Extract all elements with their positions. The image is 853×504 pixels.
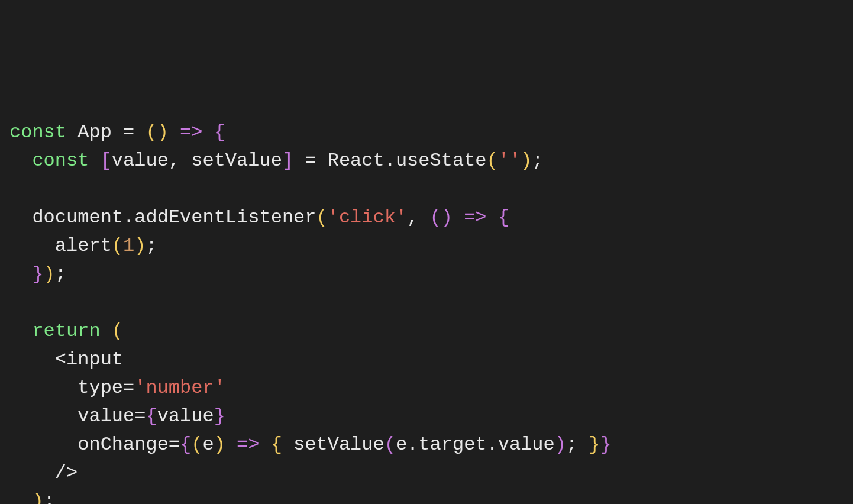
identifier-react: React <box>328 150 385 172</box>
code-line-12: onChange={(e) => { setValue(e.target.val… <box>9 431 844 459</box>
identifier-setvalue: setValue <box>293 434 385 455</box>
code-line-4: document.addEventListener('click', () =>… <box>9 203 844 232</box>
indent <box>9 150 32 172</box>
bracket-close: ] <box>282 150 293 172</box>
semicolon: ; <box>55 263 66 285</box>
indent <box>9 462 55 484</box>
brace-open: { <box>214 121 225 143</box>
indent <box>9 263 32 285</box>
paren-open: ( <box>112 320 123 342</box>
brace-close: } <box>589 434 600 455</box>
paren-close: ) <box>521 150 532 172</box>
dot: . <box>123 206 134 228</box>
paren-close: ) <box>441 206 453 228</box>
identifier-usestate: useState <box>396 150 487 172</box>
paren-open: ( <box>112 235 123 257</box>
identifier-target: target <box>418 434 486 455</box>
brace-open: { <box>180 434 191 455</box>
identifier-e: e <box>202 434 214 455</box>
paren-open: ( <box>385 434 396 455</box>
code-line-11: value={value} <box>9 402 844 431</box>
brace-close: } <box>214 405 225 427</box>
brace-close: } <box>600 434 612 455</box>
attr-onchange: onChange <box>77 434 169 455</box>
paren-open: ( <box>316 206 327 228</box>
string-empty: '' <box>498 150 521 172</box>
keyword-const: const <box>32 150 89 172</box>
semicolon: ; <box>566 434 577 455</box>
attr-type: type <box>77 377 123 399</box>
arrow: => <box>225 434 271 455</box>
code-line-8: return ( <box>9 317 844 345</box>
identifier-e: e <box>396 434 407 455</box>
dot: . <box>385 150 396 172</box>
keyword-return: return <box>32 320 100 342</box>
identifier-setvalue: setValue <box>191 150 282 172</box>
tag-input: input <box>66 348 123 370</box>
code-line-3 <box>9 175 844 203</box>
keyword-const: const <box>9 121 66 143</box>
comma: , <box>407 206 429 228</box>
code-line-14: ); <box>9 487 844 504</box>
paren-open: ( <box>191 434 202 455</box>
identifier-addeventlistener: addEventListener <box>134 206 316 228</box>
paren-open: ( <box>487 150 498 172</box>
identifier-app: App <box>66 121 123 143</box>
indent <box>9 348 55 370</box>
indent <box>9 320 32 342</box>
arrow: => <box>453 206 498 228</box>
space <box>577 434 589 455</box>
code-line-7 <box>9 289 844 317</box>
semicolon: ; <box>146 235 157 257</box>
code-line-10: type='number' <box>9 374 844 402</box>
semicolon: ; <box>44 490 55 504</box>
paren-close: ) <box>134 235 146 257</box>
brace-open: { <box>146 405 157 427</box>
space <box>101 320 112 342</box>
dot: . <box>407 434 418 455</box>
identifier-value: value <box>157 405 214 427</box>
operator-eq: = <box>134 405 146 427</box>
operator-eq: = <box>123 121 146 143</box>
semicolon: ; <box>532 150 543 172</box>
operator-eq: = <box>123 377 134 399</box>
identifier-document: document <box>32 206 123 228</box>
code-line-1: const App = () => { <box>9 118 844 147</box>
indent <box>9 405 77 427</box>
paren-close: ) <box>555 434 566 455</box>
brace-close: } <box>32 263 43 285</box>
attr-value: value <box>77 405 134 427</box>
bracket-open: [ <box>101 150 112 172</box>
code-editor[interactable]: const App = () => { const [value, setVal… <box>9 118 844 504</box>
brace-open: { <box>271 434 282 455</box>
string-click: 'click' <box>328 206 407 228</box>
brace-open: { <box>498 206 509 228</box>
identifier-value: value <box>112 150 169 172</box>
paren-close: ) <box>44 263 55 285</box>
tag-open: < <box>55 348 66 370</box>
code-line-2: const [value, setValue] = React.useState… <box>9 147 844 175</box>
code-line-13: /> <box>9 459 844 487</box>
space <box>282 434 293 455</box>
indent <box>9 434 77 455</box>
space <box>89 150 100 172</box>
tag-selfclose: /> <box>55 462 77 484</box>
indent <box>9 490 32 504</box>
paren-open: ( <box>146 121 157 143</box>
dot: . <box>487 434 498 455</box>
indent <box>9 235 55 257</box>
paren-close: ) <box>157 121 169 143</box>
paren-close: ) <box>32 490 43 504</box>
operator-eq: = <box>293 150 328 172</box>
identifier-alert: alert <box>55 235 112 257</box>
paren-close: ) <box>214 434 225 455</box>
identifier-value: value <box>498 434 555 455</box>
arrow: => <box>169 121 214 143</box>
operator-eq: = <box>169 434 180 455</box>
string-number: 'number' <box>134 377 225 399</box>
code-line-6: }); <box>9 260 844 289</box>
indent <box>9 206 32 228</box>
code-line-5: alert(1); <box>9 232 844 260</box>
number-1: 1 <box>123 235 134 257</box>
paren-open: ( <box>430 206 441 228</box>
